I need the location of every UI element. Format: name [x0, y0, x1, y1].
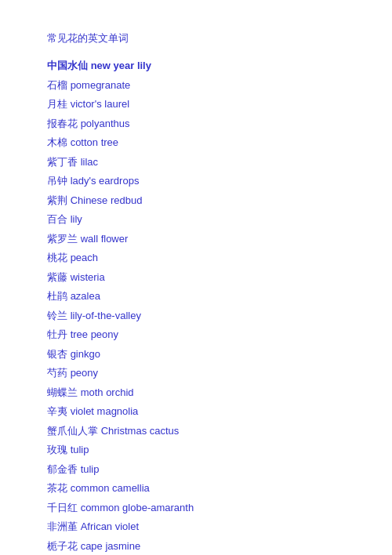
list-item: 牡丹 tree peony [47, 327, 345, 343]
flower-cn: 蝴蝶兰 [47, 386, 81, 398]
flower-cn: 牡丹 [47, 328, 71, 340]
flower-cn: 石榴 [47, 79, 71, 91]
flower-cn: 铃兰 [47, 310, 71, 321]
list-item: 木棉 cotton tree [47, 135, 345, 151]
flower-cn: 报春花 [47, 118, 81, 129]
list-item: 栀子花 cape jasmine [47, 539, 345, 554]
flower-en: polyanthus [81, 118, 130, 129]
flower-cn: 玫瑰 [47, 444, 71, 455]
flower-list: 中国水仙 new year lily石榴 pomegranate月桂 victo… [47, 58, 345, 555]
list-item: 芍药 peony [47, 365, 345, 381]
flower-cn: 紫藤 [47, 271, 71, 283]
flower-cn: 辛夷 [47, 405, 71, 417]
flower-cn: 杜鹃 [47, 290, 71, 302]
flower-cn: 非洲堇 [47, 521, 81, 532]
list-item: 玫瑰 tulip [47, 442, 345, 458]
flower-en: peony [71, 367, 98, 379]
list-item: 紫罗兰 wall flower [47, 231, 345, 247]
flower-cn: 银杏 [47, 348, 71, 360]
flower-en: common camellia [71, 482, 150, 494]
list-item: 辛夷 violet magnolia [47, 404, 345, 419]
list-item: 银杏 ginkgo [47, 346, 345, 362]
flower-en: wall flower [81, 233, 129, 245]
flower-en: tree peony [71, 328, 118, 340]
list-item: 紫荆 Chinese redbud [47, 193, 345, 209]
flower-en: lily [71, 213, 82, 225]
flower-en: Chinese redbud [71, 194, 143, 206]
list-item: 紫藤 wisteria [47, 270, 345, 285]
flower-cn: 中国水仙 [47, 60, 91, 71]
list-item: 蝴蝶兰 moth orchid [47, 385, 345, 401]
list-item: 铃兰 lily-of-the-valley [47, 308, 345, 324]
flower-cn: 紫丁香 [47, 156, 81, 168]
flower-cn: 月桂 [47, 98, 71, 110]
flower-en: common globe-amaranth [81, 502, 194, 513]
flower-cn: 芍药 [47, 367, 71, 379]
list-item: 石榴 pomegranate [47, 78, 345, 93]
flower-cn: 千日红 [47, 502, 81, 513]
list-item: 报春花 polyanthus [47, 116, 345, 132]
flower-en: wisteria [71, 271, 105, 283]
flower-en: pomegranate [71, 79, 131, 91]
flower-cn: 栀子花 [47, 540, 81, 552]
list-item: 杜鹃 azalea [47, 288, 345, 304]
flower-cn: 百合 [47, 213, 71, 225]
flower-cn: 紫罗兰 [47, 233, 81, 245]
flower-en: moth orchid [81, 386, 134, 398]
flower-en: tulip [81, 463, 100, 475]
list-item: 吊钟 lady's eardrops [47, 173, 345, 189]
list-item: 非洲堇 African violet [47, 519, 345, 535]
flower-en: lilac [81, 156, 98, 168]
flower-en: azalea [71, 290, 100, 302]
flower-en: Christmas cactus [101, 425, 180, 437]
flower-en: ginkgo [71, 348, 100, 360]
flower-en: tulip [71, 444, 89, 455]
list-item: 郁金香 tulip [47, 462, 345, 477]
flower-cn: 紫荆 [47, 194, 71, 206]
flower-en: cotton tree [71, 136, 118, 148]
list-item: 桃花 peach [47, 250, 345, 266]
flower-en: African violet [81, 521, 139, 532]
flower-en: victor's laurel [71, 98, 129, 110]
flower-cn: 蟹爪仙人掌 [47, 425, 101, 437]
page-title: 常见花的英文单词 [47, 31, 345, 45]
flower-cn: 吊钟 [47, 175, 71, 187]
flower-cn: 木棉 [47, 136, 71, 148]
list-item: 中国水仙 new year lily [47, 58, 345, 74]
page-container: 常见花的英文单词 中国水仙 new year lily石榴 pomegranat… [47, 31, 345, 555]
list-item: 百合 lily [47, 212, 345, 227]
flower-en: new year lily [91, 60, 151, 71]
list-item: 蟹爪仙人掌 Christmas cactus [47, 423, 345, 439]
flower-en: cape jasmine [81, 540, 141, 552]
flower-cn: 桃花 [47, 252, 71, 263]
flower-en: lily-of-the-valley [71, 310, 141, 321]
flower-en: peach [71, 252, 98, 263]
flower-en: violet magnolia [71, 405, 139, 417]
list-item: 月桂 victor's laurel [47, 96, 345, 112]
flower-en: lady's eardrops [71, 175, 140, 187]
list-item: 千日红 common globe-amaranth [47, 500, 345, 516]
flower-cn: 茶花 [47, 482, 71, 494]
flower-cn: 郁金香 [47, 463, 81, 475]
list-item: 紫丁香 lilac [47, 154, 345, 170]
list-item: 茶花 common camellia [47, 481, 345, 496]
